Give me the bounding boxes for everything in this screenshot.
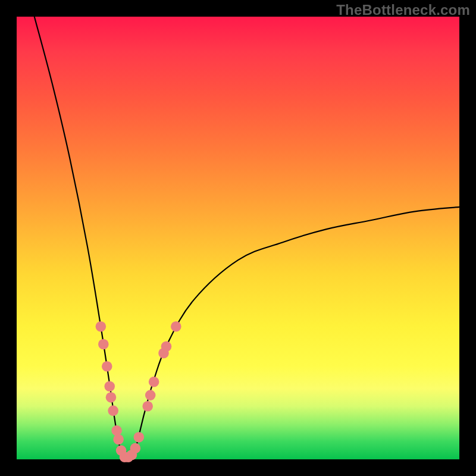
chart-overlay	[17, 17, 459, 459]
curve-marker	[149, 377, 159, 387]
curve-marker	[161, 341, 172, 352]
curve-marker	[113, 434, 124, 445]
curve-marker	[171, 321, 181, 332]
curve-marker	[108, 405, 118, 416]
curve-marker	[134, 432, 145, 443]
curve-marker	[145, 390, 156, 400]
watermark-text: TheBottleneck.com	[336, 2, 470, 18]
curve-marker	[98, 339, 109, 350]
curve-marker	[102, 361, 112, 372]
bottleneck-curve	[35, 17, 459, 459]
curve-marker	[106, 392, 117, 403]
curve-marker	[142, 401, 153, 412]
curve-marker	[96, 321, 107, 332]
curve-markers	[96, 321, 181, 462]
curve-marker	[104, 381, 115, 392]
curve-marker	[111, 425, 122, 436]
curve-marker	[130, 443, 141, 454]
